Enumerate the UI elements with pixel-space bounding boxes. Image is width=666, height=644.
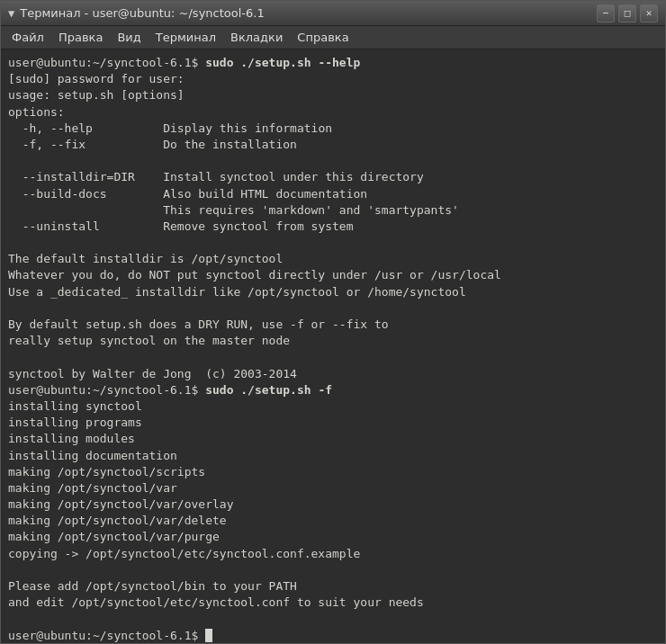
- output-line: Please add /opt/synctool/bin to your PAT…: [8, 579, 297, 593]
- output-line: --build-docs Also build HTML documentati…: [8, 187, 367, 201]
- output-line: The default installdir is /opt/synctool: [8, 252, 283, 265]
- output-line: making /opt/synctool/scripts: [8, 465, 205, 479]
- title-bar: ▼ Терминал - user@ubuntu: ~/synctool-6.1…: [1, 1, 665, 26]
- output-line: synctool by Walter de Jong (c) 2003-2014: [8, 367, 297, 380]
- output-line: -h, --help Display this information: [8, 121, 332, 135]
- command-text: sudo ./setup.sh --help: [205, 56, 360, 69]
- output-line: By default setup.sh does a DRY RUN, use …: [8, 318, 389, 331]
- menu-item-правка[interactable]: Правка: [51, 29, 110, 46]
- menu-item-вкладки[interactable]: Вкладки: [223, 29, 290, 46]
- maximize-button[interactable]: □: [618, 4, 636, 22]
- close-button[interactable]: ✕: [640, 4, 658, 22]
- output-line: making /opt/synctool/var/delete: [8, 514, 227, 527]
- menu-item-терминал[interactable]: Терминал: [148, 29, 223, 46]
- menu-item-вид[interactable]: Вид: [110, 29, 148, 46]
- output-line: making /opt/synctool/var/overlay: [8, 497, 233, 511]
- output-line: installing modules: [8, 432, 135, 445]
- output-line: installing documentation: [8, 449, 177, 462]
- output-line: Use a _dedicated_ installdir like /opt/s…: [8, 285, 466, 299]
- output-line: copying -> /opt/synctool/etc/synctool.co…: [8, 547, 360, 560]
- output-line: --installdir=DIR Install synctool under …: [8, 170, 424, 183]
- output-line: --uninstall Remove synctool from system: [8, 219, 354, 233]
- prompt-text: user@ubuntu:~/synctool-6.1$: [8, 383, 205, 397]
- menu-item-справка[interactable]: Справка: [290, 29, 356, 46]
- output-line: This requires 'markdown' and 'smartypant…: [8, 203, 459, 217]
- output-line: Whatever you do, do NOT put synctool dir…: [8, 268, 501, 282]
- output-line: installing programs: [8, 416, 142, 429]
- title-bar-title: Терминал - user@ubuntu: ~/synctool-6.1: [20, 6, 264, 20]
- last-prompt: user@ubuntu:~/synctool-6.1$: [8, 629, 205, 642]
- menu-item-файл[interactable]: Файл: [4, 29, 51, 46]
- output-line: and edit /opt/synctool/etc/synctool.conf…: [8, 595, 424, 609]
- output-line: [sudo] password for user:: [8, 72, 184, 85]
- command-text: sudo ./setup.sh -f: [205, 383, 332, 397]
- output-line: options:: [8, 105, 65, 119]
- terminal-body[interactable]: user@ubuntu:~/synctool-6.1$ sudo ./setup…: [1, 49, 665, 643]
- output-line: installing synctool: [8, 399, 142, 413]
- title-bar-left: ▼ Терминал - user@ubuntu: ~/synctool-6.1: [8, 6, 265, 20]
- output-line: usage: setup.sh [options]: [8, 88, 184, 102]
- prompt-text: user@ubuntu:~/synctool-6.1$: [8, 56, 205, 69]
- output-line: making /opt/synctool/var/purge: [8, 530, 220, 543]
- minimize-button[interactable]: −: [597, 4, 615, 22]
- cursor: [205, 629, 212, 642]
- terminal-window: ▼ Терминал - user@ubuntu: ~/synctool-6.1…: [0, 0, 666, 644]
- output-line: making /opt/synctool/var: [8, 481, 177, 495]
- output-line: really setup synctool on the master node: [8, 334, 290, 347]
- title-bar-arrow: ▼: [8, 7, 14, 20]
- output-line: -f, --fix Do the installation: [8, 138, 297, 151]
- menu-bar: ФайлПравкаВидТерминалВкладкиСправка: [1, 26, 665, 49]
- title-bar-controls: − □ ✕: [597, 4, 658, 22]
